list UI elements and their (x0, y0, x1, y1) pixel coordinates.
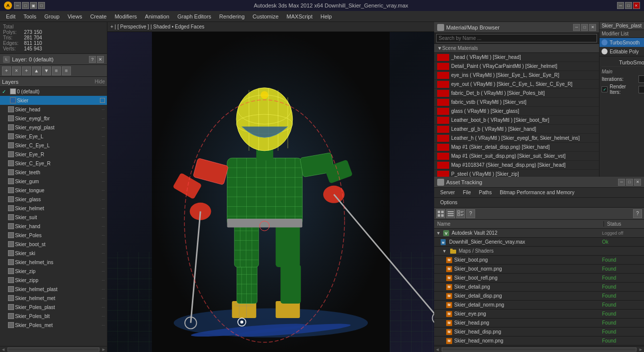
menu-modifiers[interactable]: Modifiers (110, 12, 141, 20)
mat-minimize-btn[interactable]: ─ (573, 24, 580, 31)
layer-item[interactable]: Skier_ski ··· (0, 249, 107, 258)
mat-maximize-btn[interactable]: □ (581, 24, 588, 31)
layer-item[interactable]: Skier_Poles_plast ··· (0, 303, 107, 312)
material-item[interactable]: _head ( VRayMtl ) [Skier_head] (434, 53, 599, 62)
material-section-header[interactable]: ▼ Scene Materials (434, 44, 599, 53)
asset-tb-btn-2[interactable] (446, 209, 455, 218)
layer-item[interactable]: Skier_zipp ··· (0, 276, 107, 285)
modifier-item[interactable]: Editable Poly (600, 47, 644, 56)
minimize-btn[interactable]: ─ (617, 2, 624, 9)
material-item[interactable]: Leather_h ( VRayMtl ) [Skier_eyegl_fbr, … (434, 134, 599, 143)
asset-minimize-btn[interactable]: ─ (618, 179, 625, 186)
layer-item[interactable]: Skier_C_Eye_L ··· (0, 141, 107, 150)
asset-scrollbar[interactable]: ◄ ► (434, 346, 644, 352)
layer-panel-controls[interactable]: ? ✕ (89, 56, 104, 63)
layer-item[interactable]: Skier_glass ··· (0, 195, 107, 204)
title-btn-4[interactable]: □ (38, 2, 45, 9)
menu-animation[interactable]: Animation (141, 12, 173, 20)
asset-menu-file[interactable]: File (459, 189, 475, 196)
asset-file-item[interactable]: M Downhill_Skier_Generic_vray.max Ok (434, 238, 644, 247)
asset-file-item[interactable]: M Skier_boot_norm.png Found (434, 265, 644, 274)
asset-tb-btn-1[interactable] (436, 209, 445, 218)
menu-group[interactable]: Group (40, 12, 64, 20)
asset-file-item[interactable]: M Skier_detail_norm.png Found (434, 301, 644, 310)
asset-file-item[interactable]: M Skier_boot_refl.png Found (434, 274, 644, 283)
menu-views[interactable]: Views (63, 12, 86, 20)
layer-item[interactable]: Skier_helmet_met ··· (0, 294, 107, 303)
layer-item[interactable]: Skier_hand ··· (0, 222, 107, 231)
material-item[interactable]: Map #1 (Skier_detail_disp.png) [Skier_ha… (434, 143, 599, 152)
layer-item[interactable]: Skier_Poles_blt ··· (0, 312, 107, 321)
asset-file-item[interactable]: M Skier_boot.png Found (434, 256, 644, 265)
material-item[interactable]: Leather_boot_b ( VRayMtl ) [Skier_boot_f… (434, 116, 599, 125)
layer-close-btn[interactable]: ✕ (97, 56, 104, 63)
asset-tb-btn-4[interactable]: ? (466, 209, 475, 218)
layer-item[interactable]: Skier_boot_st ··· (0, 240, 107, 249)
menu-edit[interactable]: Edit (2, 12, 19, 20)
layer-h-scrollbar[interactable] (7, 348, 99, 352)
asset-menu-bitmap[interactable]: Bitmap Performance and Memory (496, 189, 579, 196)
title-btn-1[interactable]: ─ (14, 2, 21, 9)
material-item[interactable]: Map #1018347 (Skier_head_disp.png) [Skie… (434, 161, 599, 170)
layer-item[interactable]: Skier_C_Eye_R ··· (0, 159, 107, 168)
asset-subgroup[interactable]: ▼ Maps / Shaders (434, 247, 644, 256)
material-item[interactable]: fabric_vstb ( VRayMtl ) [Skier_vst] (434, 98, 599, 107)
asset-tb-btn-3[interactable] (456, 209, 465, 218)
layer-down-btn[interactable]: ▼ (42, 66, 51, 75)
title-btn-3[interactable]: ▣ (30, 2, 37, 9)
title-btn-2[interactable]: □ (22, 2, 29, 9)
asset-menu-paths[interactable]: Paths (475, 189, 496, 196)
asset-group[interactable]: ▼ V Autodesk Vault 2012 Logged off (434, 229, 644, 238)
material-item[interactable]: eye_out ( VRayMtl ) [Skier_C_Eye_L, Skie… (434, 80, 599, 89)
material-item[interactable]: Map #1 (Skier_suit_disp.png) [Skier_suit… (434, 152, 599, 161)
hide-button[interactable]: Hide (94, 79, 105, 84)
asset-file-item[interactable]: M Skier_head_norm.png Found (434, 337, 644, 346)
layer-delete-btn[interactable]: × (12, 66, 21, 75)
material-item[interactable]: P_steel ( VRayMtl ) [Skier_zip] (434, 170, 599, 177)
asset-file-item[interactable]: M Skier_detail_disp.png Found (434, 292, 644, 301)
layer-up-btn[interactable]: ▲ (32, 66, 41, 75)
asset-menu-server[interactable]: Server (436, 189, 459, 196)
title-bar-controls[interactable]: ─ □ ▣ □ (14, 2, 45, 9)
layer-item[interactable]: Skier_tongue ··· (0, 186, 107, 195)
material-item[interactable]: Detail_Paint ( VRayCarPaintMtl ) [Skier_… (434, 62, 599, 71)
material-item[interactable]: eye_ins ( VRayMtl ) [Skier_Eye_L, Skier_… (434, 71, 599, 80)
asset-maximize-btn[interactable]: □ (626, 179, 633, 186)
material-item[interactable]: Leather_gl_b ( VRayMtl ) [Skier_hand] (434, 125, 599, 134)
mat-close-btn[interactable]: ✕ (589, 24, 596, 31)
asset-file-item[interactable]: M Skier_eye.png Found (434, 310, 644, 319)
menu-rendering[interactable]: Rendering (215, 12, 249, 20)
asset-file-item[interactable]: M Skier_head_disp.png Found (434, 328, 644, 337)
asset-menu-options[interactable]: Options (436, 199, 461, 206)
layer-item[interactable]: Skier_helmet_plast ··· (0, 285, 107, 294)
material-search-input[interactable] (436, 34, 597, 42)
layer-item[interactable]: Skier_suit ··· (0, 213, 107, 222)
asset-close-btn[interactable]: ✕ (634, 179, 641, 186)
menu-graph-editors[interactable]: Graph Editors (173, 12, 215, 20)
layer-item[interactable]: Skier_Poles_met ··· (0, 321, 107, 330)
render-iters-checkbox[interactable]: ✓ (602, 86, 608, 92)
asset-h-scrollbar[interactable] (442, 348, 637, 352)
layer-opt1-btn[interactable]: ≡ (52, 66, 61, 75)
layer-item[interactable]: ✓ 0 (default) (0, 87, 107, 96)
layer-opt2-btn[interactable]: ≡ (62, 66, 71, 75)
layer-item[interactable]: Skier_head ··· (0, 105, 107, 114)
render-iters-input[interactable] (639, 86, 644, 93)
layer-item[interactable]: Skier (0, 96, 107, 105)
layer-item[interactable]: Skier_eyegl_plast ··· (0, 123, 107, 132)
asset-help-btn[interactable]: ? (633, 209, 642, 218)
layer-item[interactable]: Skier_helmet_ins ··· (0, 258, 107, 267)
viewport-canvas[interactable] (107, 32, 434, 352)
layer-item[interactable]: Skier_Eye_L ··· (0, 132, 107, 141)
material-browser-controls[interactable]: ─ □ ✕ (573, 24, 596, 31)
material-item[interactable]: glass ( VRayMtl ) [Skier_glass] (434, 107, 599, 116)
layer-help-btn[interactable]: ? (89, 56, 96, 63)
material-search-bar[interactable] (434, 33, 599, 44)
layer-item[interactable]: Skier_Eye_R ··· (0, 150, 107, 159)
menu-maxscript[interactable]: MAXScript (283, 12, 317, 20)
layer-item[interactable]: Skier_Poles ··· (0, 231, 107, 240)
material-item[interactable]: fabric_Det_b ( VRayMtl ) [Skier_Poles_bl… (434, 89, 599, 98)
layer-item[interactable]: Skier_teeth ··· (0, 168, 107, 177)
asset-file-item[interactable]: M Skier_detail.png Found (434, 283, 644, 292)
asset-tracking-controls[interactable]: ─ □ ✕ (618, 179, 641, 186)
